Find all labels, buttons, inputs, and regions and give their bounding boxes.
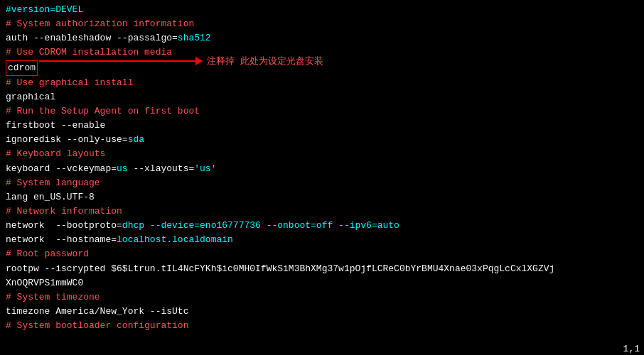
code-token: # Run the Setup Agent on first boot xyxy=(6,106,200,116)
code-line: # Use graphical install xyxy=(6,76,638,90)
code-token: auth --enableshadow --passalgo= xyxy=(6,33,178,43)
code-line: ignoredisk --only-use=sda xyxy=(6,133,638,147)
code-token: #version=DEVEL xyxy=(6,4,83,15)
code-token: sda xyxy=(128,134,144,145)
code-line: firstboot --enable xyxy=(6,119,638,133)
code-token: sha512 xyxy=(178,33,211,43)
code-line: graphical xyxy=(6,90,638,104)
arrow-line xyxy=(39,60,195,62)
code-token: --xlayouts= xyxy=(128,163,195,174)
code-token: # Root password xyxy=(6,248,89,259)
code-token: # Use graphical install xyxy=(6,77,133,88)
code-token: ignoredisk --only-use= xyxy=(6,134,128,145)
code-token: XnOQRVPS1mmWC0 xyxy=(6,278,83,288)
code-token: lang en_US.UTF-8 xyxy=(6,192,95,202)
code-token: # System authorization information xyxy=(6,18,194,29)
status-bar: 1,1 xyxy=(619,343,644,355)
code-line: # System bootloader configuration xyxy=(6,319,638,333)
code-token: # System language xyxy=(6,178,100,188)
code-token: # System timezone xyxy=(6,292,100,302)
code-token: keyboard --vckeymap= xyxy=(6,163,117,174)
code-token: network --hostname= xyxy=(6,234,117,245)
code-line: network --bootproto=dhcp --device=eno167… xyxy=(6,219,638,233)
code-line: # System language xyxy=(6,176,638,190)
annotation-text: 注释掉 此处为设定光盘安装 xyxy=(207,55,323,67)
code-token: network --bootproto= xyxy=(6,220,122,231)
code-line: keyboard --vckeymap=us --xlayouts='us' xyxy=(6,162,638,176)
code-line: # Keyboard layouts xyxy=(6,147,638,161)
code-token: graphical xyxy=(6,92,55,102)
annotation-arrow: 注释掉 此处为设定光盘安装 xyxy=(39,55,323,67)
code-token: firstboot --enable xyxy=(6,120,105,131)
code-token: localhost.localdomain xyxy=(117,234,233,245)
code-line: XnOQRVPS1mmWC0 xyxy=(6,276,638,290)
code-line: auth --enableshadow --passalgo=sha512 xyxy=(6,31,638,45)
code-line: # System authorization information xyxy=(6,17,638,31)
code-token: us xyxy=(117,163,128,174)
code-token: # System bootloader configuration xyxy=(6,320,188,331)
cdrom-highlight: cdrom xyxy=(6,60,38,76)
code-line: lang en_US.UTF-8 xyxy=(6,190,638,204)
arrow-head xyxy=(195,57,203,65)
code-token: timezone America/New_York --isUtc xyxy=(6,306,188,317)
code-editor: #version=DEVEL# System authorization inf… xyxy=(0,0,644,355)
code-line: # Run the Setup Agent on first boot xyxy=(6,104,638,119)
code-line: #version=DEVEL xyxy=(6,3,638,17)
code-line: # System timezone xyxy=(6,290,638,305)
code-line: timezone America/New_York --isUtc xyxy=(6,305,638,319)
code-line: # Network information xyxy=(6,204,638,219)
code-token: dhcp --device=eno16777736 --onboot=off -… xyxy=(122,220,399,231)
code-line: # Root password xyxy=(6,247,638,261)
code-line: network --hostname=localhost.localdomain xyxy=(6,233,638,247)
code-token: # Network information xyxy=(6,206,122,217)
code-line: rootpw --iscrypted $6$Ltrun.tIL4NcFYKh$i… xyxy=(6,262,638,276)
code-token: # Keyboard layouts xyxy=(6,148,105,159)
code-token: rootpw --iscrypted $6$Ltrun.tIL4NcFYKh$i… xyxy=(6,263,554,274)
code-token: 'us' xyxy=(194,163,216,174)
